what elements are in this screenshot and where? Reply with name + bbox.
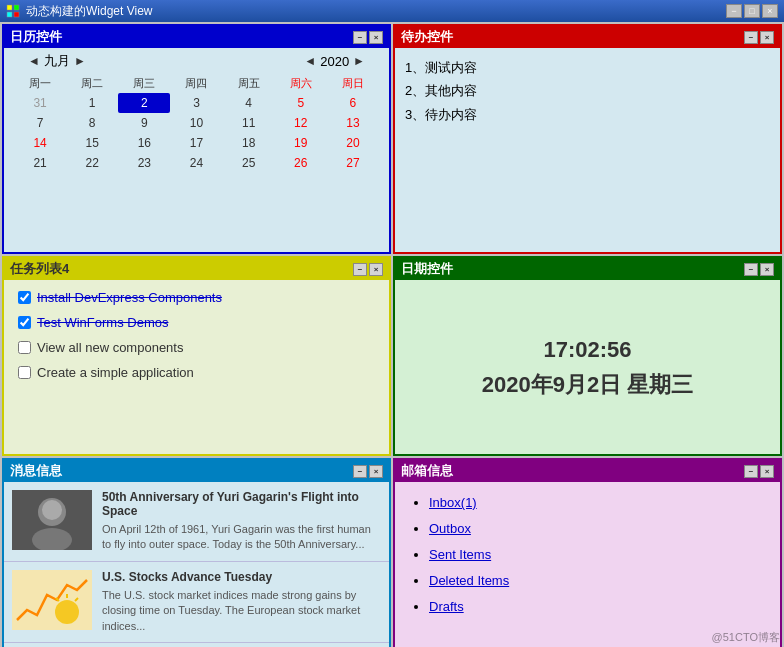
app-icon <box>6 3 22 19</box>
title-controls: − □ × <box>726 4 778 18</box>
watermark: @51CTO博客 <box>712 630 780 645</box>
todo-widget-header: 待办控件 − × <box>395 26 780 48</box>
todo-item-1: 1、测试内容 <box>405 56 770 79</box>
calendar-grid: 周一 周二 周三 周四 周五 周六 周日 31 1 2 3 4 5 6 <box>4 74 389 173</box>
date-title: 日期控件 <box>401 260 453 278</box>
app-title: 动态构建的Widget View <box>26 3 152 20</box>
task-checkbox-3[interactable] <box>18 341 31 354</box>
month-next-btn[interactable]: ► <box>70 54 90 68</box>
cal-cell[interactable]: 31 <box>14 93 66 113</box>
calendar-close-btn[interactable]: × <box>369 31 383 44</box>
calendar-body: ◄ 九月 ► ◄ 2020 ► 周一 周二 周三 周四 周五 周六 周日 <box>4 48 389 252</box>
cal-cell[interactable]: 5 <box>275 93 327 113</box>
mail-minimize-btn[interactable]: − <box>744 465 758 478</box>
todo-item-3: 3、待办内容 <box>405 103 770 126</box>
cal-cell[interactable]: 17 <box>170 133 222 153</box>
todo-body: 1、测试内容 2、其他内容 3、待办内容 <box>395 48 780 252</box>
cal-cell[interactable]: 16 <box>118 133 170 153</box>
news-minimize-btn[interactable]: − <box>353 465 367 478</box>
task-label-4: Create a simple application <box>37 365 194 380</box>
cal-cell[interactable]: 27 <box>327 153 379 173</box>
mail-widget: 邮箱信息 − × Inbox(1) Outbox Sent Items Dele… <box>393 458 782 647</box>
svg-point-9 <box>55 600 79 624</box>
cal-cell[interactable]: 3 <box>170 93 222 113</box>
mail-item-drafts: Drafts <box>429 594 766 620</box>
cal-cell[interactable]: 2 <box>118 93 170 113</box>
news-item-2: U.S. Stocks Advance Tuesday The U.S. sto… <box>4 562 389 643</box>
tasklist-minimize-btn[interactable]: − <box>353 263 367 276</box>
calendar-header-row: 周一 周二 周三 周四 周五 周六 周日 <box>14 74 379 93</box>
cal-cell[interactable]: 15 <box>66 133 118 153</box>
mail-link-inbox[interactable]: Inbox(1) <box>429 495 477 510</box>
cal-cell[interactable]: 26 <box>275 153 327 173</box>
news-desc-2: The U.S. stock market indices made stron… <box>102 588 381 634</box>
mail-item-inbox: Inbox(1) <box>429 490 766 516</box>
mail-link-deleted[interactable]: Deleted Items <box>429 573 509 588</box>
cal-cell[interactable]: 7 <box>14 113 66 133</box>
task-label-3: View all new components <box>37 340 183 355</box>
todo-widget: 待办控件 − × 1、测试内容 2、其他内容 3、待办内容 <box>393 24 782 254</box>
weekday-sat: 周六 <box>275 74 327 93</box>
task-checkbox-4[interactable] <box>18 366 31 379</box>
news-content-2: U.S. Stocks Advance Tuesday The U.S. sto… <box>102 570 381 634</box>
tasklist-close-btn[interactable]: × <box>369 263 383 276</box>
mail-title: 邮箱信息 <box>401 462 453 480</box>
cal-cell[interactable]: 20 <box>327 133 379 153</box>
cal-cell[interactable]: 4 <box>223 93 275 113</box>
date-close-btn[interactable]: × <box>760 263 774 276</box>
tasklist-body: Install DevExpress Components Test WinFo… <box>4 280 389 454</box>
cal-cell[interactable]: 9 <box>118 113 170 133</box>
mail-close-btn[interactable]: × <box>760 465 774 478</box>
mail-link-drafts[interactable]: Drafts <box>429 599 464 614</box>
calendar-minimize-btn[interactable]: − <box>353 31 367 44</box>
todo-close-btn[interactable]: × <box>760 31 774 44</box>
cal-cell[interactable]: 19 <box>275 133 327 153</box>
task-checkbox-1[interactable] <box>18 291 31 304</box>
calendar-title: 日历控件 <box>10 28 62 46</box>
news-title-2: U.S. Stocks Advance Tuesday <box>102 570 381 584</box>
news-item-1: 50th Anniversary of Yuri Gagarin's Fligh… <box>4 482 389 562</box>
month-prev-btn[interactable]: ◄ <box>24 54 44 68</box>
cal-cell[interactable]: 6 <box>327 93 379 113</box>
year-prev-btn[interactable]: ◄ <box>300 54 320 68</box>
cal-cell[interactable]: 18 <box>223 133 275 153</box>
cal-cell[interactable]: 24 <box>170 153 222 173</box>
weekday-fri: 周五 <box>223 74 275 93</box>
cal-cell[interactable]: 1 <box>66 93 118 113</box>
close-button[interactable]: × <box>762 4 778 18</box>
cal-cell[interactable]: 22 <box>66 153 118 173</box>
news-thumb-2 <box>12 570 92 630</box>
cal-cell[interactable]: 25 <box>223 153 275 173</box>
weekday-thu: 周四 <box>170 74 222 93</box>
calendar-row-1: 31 1 2 3 4 5 6 <box>14 93 379 113</box>
mail-link-outbox[interactable]: Outbox <box>429 521 471 536</box>
news-widget: 消息信息 − × 50th <box>2 458 391 647</box>
news-body[interactable]: 50th Anniversary of Yuri Gagarin's Fligh… <box>4 482 389 647</box>
cal-cell[interactable]: 13 <box>327 113 379 133</box>
task-label-2: Test WinForms Demos <box>37 315 168 330</box>
minimize-button[interactable]: − <box>726 4 742 18</box>
todo-minimize-btn[interactable]: − <box>744 31 758 44</box>
cal-cell[interactable]: 8 <box>66 113 118 133</box>
year-next-btn[interactable]: ► <box>349 54 369 68</box>
cal-cell[interactable]: 12 <box>275 113 327 133</box>
current-time: 17:02:56 <box>543 332 631 367</box>
weekday-tue: 周二 <box>66 74 118 93</box>
cal-cell[interactable]: 21 <box>14 153 66 173</box>
cal-cell[interactable]: 23 <box>118 153 170 173</box>
task-checkbox-2[interactable] <box>18 316 31 329</box>
maximize-button[interactable]: □ <box>744 4 760 18</box>
weekday-sun: 周日 <box>327 74 379 93</box>
cal-cell[interactable]: 10 <box>170 113 222 133</box>
tasklist-widget: 任务列表4 − × Install DevExpress Components … <box>2 256 391 456</box>
mail-link-sent[interactable]: Sent Items <box>429 547 491 562</box>
mail-widget-header: 邮箱信息 − × <box>395 460 780 482</box>
date-minimize-btn[interactable]: − <box>744 263 758 276</box>
current-date: 2020年9月2日 星期三 <box>482 367 694 402</box>
tasklist-widget-header: 任务列表4 − × <box>4 258 389 280</box>
news-close-btn[interactable]: × <box>369 465 383 478</box>
cal-cell[interactable]: 11 <box>223 113 275 133</box>
cal-cell[interactable]: 14 <box>14 133 66 153</box>
news-desc-1: On April 12th of 1961, Yuri Gagarin was … <box>102 522 381 553</box>
task-item-3: View all new components <box>18 340 375 355</box>
